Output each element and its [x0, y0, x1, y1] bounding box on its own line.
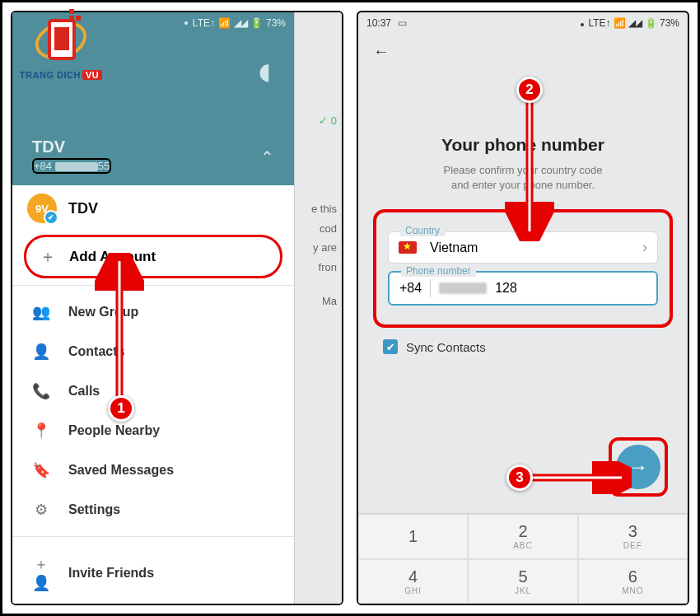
bookmark-icon: 🔖: [32, 461, 50, 479]
menu-invite-friends[interactable]: ＋👤Invite Friends: [12, 544, 294, 603]
phone-icon: 📞: [32, 382, 50, 400]
key-6[interactable]: 6MNO: [578, 559, 688, 604]
back-button[interactable]: ←: [358, 29, 688, 61]
menu-calls[interactable]: 📞Calls: [12, 371, 294, 411]
menu-contacts[interactable]: 👤Contacts: [12, 332, 294, 371]
drawer-phone: +84 55: [32, 158, 111, 174]
menu-telegram-features[interactable]: ？Telegram Features: [12, 603, 294, 605]
account-expand-chevron-icon[interactable]: ⌃: [260, 147, 274, 167]
status-bar: LTE↑📶◢◢🔋73%: [12, 12, 294, 29]
gear-icon: ⚙: [32, 501, 50, 519]
nearby-icon: 📍: [32, 422, 50, 440]
menu-new-group[interactable]: 👥New Group: [12, 292, 294, 332]
key-3[interactable]: 3DEF: [578, 514, 688, 559]
night-mode-icon[interactable]: ◖: [259, 58, 271, 85]
key-2[interactable]: 2ABC: [468, 514, 577, 559]
key-1[interactable]: 1: [358, 514, 468, 559]
chevron-right-icon: ›: [642, 239, 647, 256]
menu-saved-messages[interactable]: 🔖Saved Messages: [12, 450, 294, 490]
phone-right: 10:37▭ LTE↑ 📶 ◢◢ 🔋 73% ← Your phone numb…: [357, 11, 689, 605]
drawer-header: LTE↑📶◢◢🔋73% ◖ TDV +84 55 ⌃: [12, 12, 294, 185]
invite-icon: ＋👤: [32, 554, 50, 592]
drawer-username: TDV: [32, 138, 111, 156]
phone-left: ✓ 0 e this cod y are fron Ma LTE↑📶◢◢🔋73%…: [11, 11, 343, 605]
avatar: 9V: [27, 194, 57, 223]
phone-masked-digits: [439, 282, 487, 294]
numeric-keypad: 1 2ABC 3DEF 4GHI 5JKL 6MNO: [358, 513, 688, 604]
callout-2: 2: [516, 77, 543, 103]
phone-prefix: +84: [399, 281, 422, 296]
key-4[interactable]: 4GHI: [358, 559, 468, 604]
menu-settings[interactable]: ⚙Settings: [12, 490, 294, 530]
checkbox-checked-icon: ✔: [383, 339, 398, 354]
plus-icon: ＋: [40, 245, 56, 268]
flag-icon: [399, 241, 417, 254]
key-5[interactable]: 5JKL: [468, 559, 577, 604]
drawer-background-peek: ✓ 0 e this cod y are fron Ma: [294, 12, 342, 604]
sync-contacts-checkbox[interactable]: ✔ Sync Contacts: [383, 339, 663, 354]
callout-3: 3: [506, 464, 533, 491]
phone-number-input[interactable]: +84 128: [388, 271, 658, 306]
add-account-button[interactable]: ＋ Add Account: [24, 235, 282, 278]
person-icon: 👤: [32, 343, 50, 361]
account-name: TDV: [68, 200, 98, 217]
current-account-row[interactable]: 9V TDV: [12, 185, 294, 231]
group-icon: 👥: [32, 303, 50, 321]
menu-people-nearby[interactable]: 📍People Nearby: [12, 411, 294, 450]
status-bar: 10:37▭ LTE↑ 📶 ◢◢ 🔋 73%: [358, 12, 688, 29]
callout-1: 1: [108, 395, 134, 422]
phone-tail-digits: 128: [495, 281, 517, 296]
